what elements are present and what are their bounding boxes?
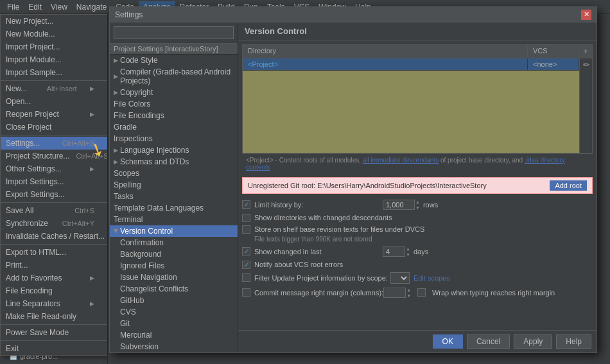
menu-item-line-separators[interactable]: Line Separators [1,297,107,310]
settings-item-codestyle[interactable]: ▶ Code Style [110,55,238,66]
ok-button[interactable]: OK [433,334,463,349]
settings-item-ignored[interactable]: Ignored Files [110,260,238,272]
settings-item-compiler[interactable]: ▶ Compiler (Gradle-based Android Project… [110,66,238,87]
edit-btn[interactable]: ✏ [580,58,592,71]
show-dirs-checkbox[interactable] [242,214,250,222]
menu-file[interactable]: File [3,1,24,13]
menu-item-exit[interactable]: Exit [1,342,107,355]
settings-search-input[interactable] [114,26,234,39]
add-root-button[interactable]: Add root [550,180,587,191]
menu-item-add-favorites[interactable]: Add to Favorites [1,272,107,284]
menu-separator-3 [1,202,107,203]
settings-item-github[interactable]: GitHub [110,295,238,306]
margin-spin-up[interactable]: ▲ [406,287,411,293]
settings-item-issue-nav[interactable]: Issue Navigation [110,272,238,283]
settings-item-filecolors[interactable]: File Colors [110,98,238,110]
settings-item-mercurial[interactable]: Mercurial [110,329,238,341]
settings-item-spelling[interactable]: Spelling [110,179,238,191]
menu-item-synchronize[interactable]: Synchronize Ctrl+Alt+Y [1,217,107,230]
settings-item-label: File Encodings [114,111,164,120]
settings-item-confirmation[interactable]: Confirmation [110,237,238,248]
settings-item-label: Inspections [114,134,153,143]
menu-edit[interactable]: Edit [24,1,46,13]
menu-item-label: Synchronize [6,219,48,228]
settings-tree: ▶ Code Style ▶ Compiler (Gradle-based An… [110,55,238,352]
changed-spin-up[interactable]: ▲ [406,246,410,252]
limit-history-input[interactable] [383,200,415,210]
settings-item-lang-injections[interactable]: ▶ Language Injections [110,144,238,156]
menu-item-power-save[interactable]: Power Save Mode [1,326,107,339]
menu-item-open[interactable]: Open... [1,95,107,108]
expand-arrow-icon: ▶ [114,159,118,165]
menu-item-export-html[interactable]: Export to HTML... [1,246,107,259]
menu-item-label: Invalidate Caches / Restart... [6,232,105,241]
commit-margin-input[interactable] [383,288,406,298]
settings-item-vc[interactable]: ▶ Version Control [110,225,238,237]
add-root-toolbar-btn[interactable]: + [579,45,592,58]
menu-item-label: Print... [6,261,28,270]
menu-item-export-settings[interactable]: Export Settings... [1,188,107,201]
menu-item-file-encoding[interactable]: File Encoding [1,284,107,297]
store-shelf-checkbox[interactable] [242,225,250,234]
settings-item-tasks[interactable]: Tasks [110,191,238,202]
settings-item-background[interactable]: Background [110,248,238,260]
settings-item-terminal[interactable]: Terminal [110,214,238,225]
cancel-button[interactable]: Cancel [467,334,510,349]
menu-navigate[interactable]: Navigate [72,1,111,13]
settings-item-git[interactable]: Git [110,318,238,329]
settings-item-schemas[interactable]: ▶ Schemas and DTDs [110,156,238,168]
notify-vcs-checkbox[interactable] [242,261,250,269]
settings-item-scopes[interactable]: Scopes [110,168,238,179]
expand-arrow-icon: ▶ [114,89,118,96]
footer-highlight-1[interactable]: all immediate descendants [363,157,439,164]
menu-item-other-settings[interactable]: Other Settings... [1,162,107,175]
dialog-close-button[interactable]: ✕ [581,10,591,20]
settings-form: Limit history by: ▲ ▼ rows Show direc [238,196,597,331]
limit-history-checkbox[interactable] [242,200,250,209]
menu-view[interactable]: View [46,1,72,13]
help-button[interactable]: Help [556,334,591,349]
menu-item-import-settings[interactable]: Import Settings... [1,175,107,188]
settings-item-inspections[interactable]: Inspections [110,133,238,144]
settings-item-subversion[interactable]: Subversion [110,341,238,352]
expand-arrow-icon: ▶ [114,73,118,80]
margin-spin-down[interactable]: ▼ [406,293,411,299]
settings-item-fileencodings[interactable]: File Encodings [110,110,238,121]
commit-margin-checkbox[interactable] [242,288,250,297]
menu-item-new-module[interactable]: New Module... [1,28,107,40]
changed-days-input[interactable] [383,247,405,257]
changed-spin-down[interactable]: ▼ [406,252,410,257]
settings-item-copyright[interactable]: ▶ Copyright [110,87,238,98]
menu-item-import-sample[interactable]: Import Sample... [1,66,107,79]
filter-scope-select[interactable] [390,272,410,284]
settings-item-label: Changelist Conflicts [120,284,188,293]
menu-item-make-readonly[interactable]: Make File Read-only [1,310,107,323]
menu-item-import-project[interactable]: Import Project... [1,40,107,53]
menu-item-print[interactable]: Print... [1,259,107,272]
vc-table-row[interactable]: <Project> <none> [243,58,579,71]
apply-button[interactable]: Apply [514,334,552,349]
settings-item-label: Subversion [120,342,159,351]
menu-item-save-all[interactable]: Save All Ctrl+S [1,204,107,217]
show-changed-checkbox[interactable] [242,247,250,256]
wrap-checkbox[interactable] [417,288,426,297]
settings-item-gradle[interactable]: Gradle [110,121,238,133]
menu-item-new-project[interactable]: New Project... [1,15,107,28]
file-texts-note: File texts bigger than 990K are not stor… [254,236,372,243]
settings-item-template-data[interactable]: Template Data Languages [110,202,238,214]
settings-item-label: Ignored Files [120,261,164,270]
menu-item-close[interactable]: Close Project [1,121,107,134]
filter-scope-checkbox[interactable] [242,273,250,282]
menu-item-import-module[interactable]: Import Module... [1,53,107,66]
menu-item-reopen[interactable]: Reopen Project [1,108,107,121]
edit-scopes-link[interactable]: Edit scopes [414,274,450,282]
settings-item-changelist[interactable]: Changelist Conflicts [110,283,238,295]
spin-down[interactable]: ▼ [415,205,420,211]
menu-item-shortcut: Ctrl+S [74,207,94,214]
menu-item-label: Save All [6,206,33,215]
settings-item-cvs[interactable]: CVS [110,306,238,318]
filter-scope-label: Filter Update Project information by sco… [254,274,388,282]
spin-up[interactable]: ▲ [415,199,420,205]
menu-item-new[interactable]: New... Alt+Insert [1,82,107,95]
menu-item-invalidate[interactable]: Invalidate Caches / Restart... [1,230,107,243]
